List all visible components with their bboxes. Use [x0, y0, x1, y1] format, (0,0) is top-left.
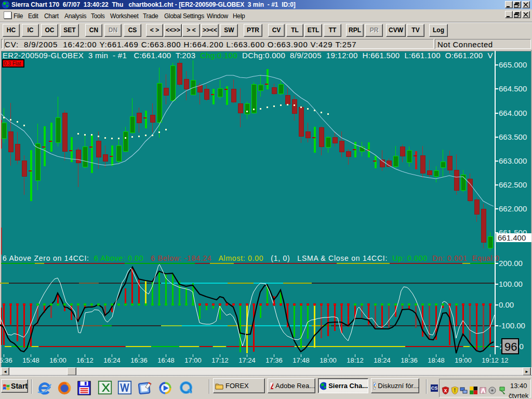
svg-text:12: 12 — [501, 356, 508, 364]
svg-text:200.00: 200.00 — [499, 259, 523, 268]
svg-text:15:48: 15:48 — [22, 356, 39, 364]
svg-text:16:00: 16:00 — [49, 356, 66, 364]
svg-text:16:12: 16:12 — [76, 356, 94, 364]
svg-text:662.500: 662.500 — [499, 180, 527, 189]
svg-text:17:12: 17:12 — [211, 356, 229, 364]
svg-text:16:36: 16:36 — [130, 356, 148, 364]
svg-text:18:00: 18:00 — [320, 356, 337, 364]
svg-text:16:24: 16:24 — [103, 356, 121, 364]
svg-text:100.00: 100.00 — [499, 280, 523, 288]
svg-text:18:12: 18:12 — [347, 356, 364, 364]
svg-text:ER2-200509-GLOBEX 3 min - #1: ER2-200509-GLOBEX 3 min - #1 C:661.400 T… — [3, 51, 493, 60]
svg-text:664.000: 664.000 — [499, 109, 527, 117]
svg-text:0.00: 0.00 — [499, 300, 514, 309]
svg-text:-100.00: -100.00 — [499, 321, 525, 330]
svg-text:665.000: 665.000 — [499, 60, 527, 69]
svg-text:661.400: 661.400 — [498, 233, 526, 242]
svg-text:!: ! — [454, 388, 456, 393]
svg-text:17:24: 17:24 — [238, 356, 256, 364]
svg-text:15:36: 15:36 — [0, 356, 12, 364]
svg-text:17:48: 17:48 — [292, 356, 310, 364]
svg-text:662.000: 662.000 — [499, 204, 527, 213]
svg-text:663.500: 663.500 — [499, 132, 527, 141]
svg-text:x: x — [444, 388, 447, 393]
svg-text:6 Above Zero on 14CCI: 6 Abov: 6 Above Zero on 14CCI: 6 Above: 0.00 6 B… — [3, 254, 500, 262]
svg-text:18:48: 18:48 — [428, 356, 445, 364]
svg-text:18:36: 18:36 — [401, 356, 418, 364]
svg-text:0.3 Flat: 0.3 Flat — [4, 61, 21, 66]
svg-text:664.500: 664.500 — [499, 84, 527, 93]
svg-text:17:36: 17:36 — [265, 356, 283, 364]
svg-text:663.000: 663.000 — [499, 156, 527, 165]
svg-text:96: 96 — [504, 340, 517, 353]
svg-text:19:00: 19:00 — [455, 356, 472, 364]
svg-text:17:00: 17:00 — [184, 356, 202, 364]
svg-text:19:12: 19:12 — [482, 356, 499, 364]
svg-text:16:48: 16:48 — [157, 356, 175, 364]
svg-text:18:24: 18:24 — [374, 356, 391, 364]
